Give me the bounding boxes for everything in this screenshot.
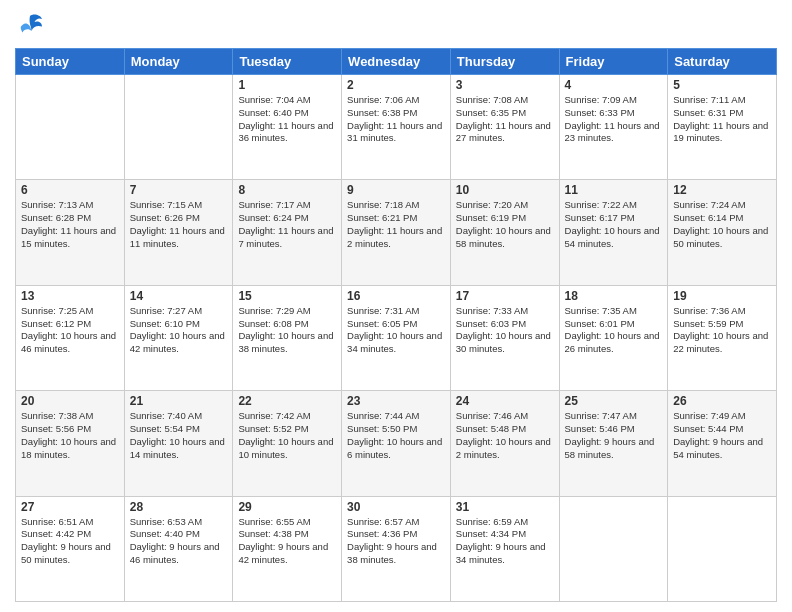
logo xyxy=(15,10,49,40)
day-info: Sunrise: 7:36 AM Sunset: 5:59 PM Dayligh… xyxy=(673,305,771,356)
day-number: 25 xyxy=(565,394,663,408)
day-info: Sunrise: 7:47 AM Sunset: 5:46 PM Dayligh… xyxy=(565,410,663,461)
calendar-cell: 21Sunrise: 7:40 AM Sunset: 5:54 PM Dayli… xyxy=(124,391,233,496)
calendar-header-sunday: Sunday xyxy=(16,49,125,75)
day-number: 18 xyxy=(565,289,663,303)
calendar-cell: 28Sunrise: 6:53 AM Sunset: 4:40 PM Dayli… xyxy=(124,496,233,601)
day-number: 23 xyxy=(347,394,445,408)
calendar-header-monday: Monday xyxy=(124,49,233,75)
calendar-header-wednesday: Wednesday xyxy=(342,49,451,75)
day-number: 31 xyxy=(456,500,554,514)
day-info: Sunrise: 6:53 AM Sunset: 4:40 PM Dayligh… xyxy=(130,516,228,567)
day-number: 16 xyxy=(347,289,445,303)
day-info: Sunrise: 7:40 AM Sunset: 5:54 PM Dayligh… xyxy=(130,410,228,461)
day-info: Sunrise: 7:38 AM Sunset: 5:56 PM Dayligh… xyxy=(21,410,119,461)
calendar-cell: 30Sunrise: 6:57 AM Sunset: 4:36 PM Dayli… xyxy=(342,496,451,601)
day-info: Sunrise: 7:31 AM Sunset: 6:05 PM Dayligh… xyxy=(347,305,445,356)
calendar-week-1: 1Sunrise: 7:04 AM Sunset: 6:40 PM Daylig… xyxy=(16,75,777,180)
day-number: 27 xyxy=(21,500,119,514)
day-number: 7 xyxy=(130,183,228,197)
calendar-cell: 7Sunrise: 7:15 AM Sunset: 6:26 PM Daylig… xyxy=(124,180,233,285)
day-number: 3 xyxy=(456,78,554,92)
day-number: 10 xyxy=(456,183,554,197)
calendar-cell: 16Sunrise: 7:31 AM Sunset: 6:05 PM Dayli… xyxy=(342,285,451,390)
day-number: 22 xyxy=(238,394,336,408)
day-number: 30 xyxy=(347,500,445,514)
calendar-table: SundayMondayTuesdayWednesdayThursdayFrid… xyxy=(15,48,777,602)
day-number: 13 xyxy=(21,289,119,303)
calendar-header-friday: Friday xyxy=(559,49,668,75)
calendar-week-4: 20Sunrise: 7:38 AM Sunset: 5:56 PM Dayli… xyxy=(16,391,777,496)
calendar-cell: 5Sunrise: 7:11 AM Sunset: 6:31 PM Daylig… xyxy=(668,75,777,180)
calendar-cell: 10Sunrise: 7:20 AM Sunset: 6:19 PM Dayli… xyxy=(450,180,559,285)
day-info: Sunrise: 7:22 AM Sunset: 6:17 PM Dayligh… xyxy=(565,199,663,250)
calendar-cell: 25Sunrise: 7:47 AM Sunset: 5:46 PM Dayli… xyxy=(559,391,668,496)
day-info: Sunrise: 7:04 AM Sunset: 6:40 PM Dayligh… xyxy=(238,94,336,145)
day-info: Sunrise: 7:09 AM Sunset: 6:33 PM Dayligh… xyxy=(565,94,663,145)
day-info: Sunrise: 7:27 AM Sunset: 6:10 PM Dayligh… xyxy=(130,305,228,356)
day-info: Sunrise: 7:42 AM Sunset: 5:52 PM Dayligh… xyxy=(238,410,336,461)
day-info: Sunrise: 7:17 AM Sunset: 6:24 PM Dayligh… xyxy=(238,199,336,250)
calendar-cell: 23Sunrise: 7:44 AM Sunset: 5:50 PM Dayli… xyxy=(342,391,451,496)
calendar-cell: 26Sunrise: 7:49 AM Sunset: 5:44 PM Dayli… xyxy=(668,391,777,496)
day-number: 26 xyxy=(673,394,771,408)
calendar-cell xyxy=(124,75,233,180)
day-info: Sunrise: 7:20 AM Sunset: 6:19 PM Dayligh… xyxy=(456,199,554,250)
calendar-cell xyxy=(16,75,125,180)
calendar-cell: 13Sunrise: 7:25 AM Sunset: 6:12 PM Dayli… xyxy=(16,285,125,390)
day-info: Sunrise: 7:15 AM Sunset: 6:26 PM Dayligh… xyxy=(130,199,228,250)
calendar-cell: 24Sunrise: 7:46 AM Sunset: 5:48 PM Dayli… xyxy=(450,391,559,496)
day-number: 15 xyxy=(238,289,336,303)
day-number: 8 xyxy=(238,183,336,197)
calendar-cell: 2Sunrise: 7:06 AM Sunset: 6:38 PM Daylig… xyxy=(342,75,451,180)
calendar-cell: 6Sunrise: 7:13 AM Sunset: 6:28 PM Daylig… xyxy=(16,180,125,285)
day-info: Sunrise: 7:49 AM Sunset: 5:44 PM Dayligh… xyxy=(673,410,771,461)
calendar-header-saturday: Saturday xyxy=(668,49,777,75)
day-number: 14 xyxy=(130,289,228,303)
day-info: Sunrise: 7:25 AM Sunset: 6:12 PM Dayligh… xyxy=(21,305,119,356)
day-info: Sunrise: 7:46 AM Sunset: 5:48 PM Dayligh… xyxy=(456,410,554,461)
calendar-header-row: SundayMondayTuesdayWednesdayThursdayFrid… xyxy=(16,49,777,75)
calendar-cell: 27Sunrise: 6:51 AM Sunset: 4:42 PM Dayli… xyxy=(16,496,125,601)
day-number: 29 xyxy=(238,500,336,514)
calendar-week-5: 27Sunrise: 6:51 AM Sunset: 4:42 PM Dayli… xyxy=(16,496,777,601)
day-info: Sunrise: 6:55 AM Sunset: 4:38 PM Dayligh… xyxy=(238,516,336,567)
day-info: Sunrise: 6:59 AM Sunset: 4:34 PM Dayligh… xyxy=(456,516,554,567)
logo-icon xyxy=(15,10,45,40)
day-info: Sunrise: 7:06 AM Sunset: 6:38 PM Dayligh… xyxy=(347,94,445,145)
calendar-cell: 11Sunrise: 7:22 AM Sunset: 6:17 PM Dayli… xyxy=(559,180,668,285)
day-number: 2 xyxy=(347,78,445,92)
day-info: Sunrise: 6:51 AM Sunset: 4:42 PM Dayligh… xyxy=(21,516,119,567)
calendar-cell: 8Sunrise: 7:17 AM Sunset: 6:24 PM Daylig… xyxy=(233,180,342,285)
day-number: 12 xyxy=(673,183,771,197)
day-number: 21 xyxy=(130,394,228,408)
calendar-cell: 14Sunrise: 7:27 AM Sunset: 6:10 PM Dayli… xyxy=(124,285,233,390)
day-number: 28 xyxy=(130,500,228,514)
calendar-week-3: 13Sunrise: 7:25 AM Sunset: 6:12 PM Dayli… xyxy=(16,285,777,390)
calendar-cell: 4Sunrise: 7:09 AM Sunset: 6:33 PM Daylig… xyxy=(559,75,668,180)
calendar-cell: 9Sunrise: 7:18 AM Sunset: 6:21 PM Daylig… xyxy=(342,180,451,285)
day-info: Sunrise: 7:35 AM Sunset: 6:01 PM Dayligh… xyxy=(565,305,663,356)
day-info: Sunrise: 7:18 AM Sunset: 6:21 PM Dayligh… xyxy=(347,199,445,250)
day-number: 6 xyxy=(21,183,119,197)
day-info: Sunrise: 7:33 AM Sunset: 6:03 PM Dayligh… xyxy=(456,305,554,356)
header xyxy=(15,10,777,40)
calendar-cell: 22Sunrise: 7:42 AM Sunset: 5:52 PM Dayli… xyxy=(233,391,342,496)
day-info: Sunrise: 7:08 AM Sunset: 6:35 PM Dayligh… xyxy=(456,94,554,145)
day-number: 11 xyxy=(565,183,663,197)
calendar-cell: 20Sunrise: 7:38 AM Sunset: 5:56 PM Dayli… xyxy=(16,391,125,496)
day-number: 17 xyxy=(456,289,554,303)
day-info: Sunrise: 7:44 AM Sunset: 5:50 PM Dayligh… xyxy=(347,410,445,461)
day-number: 9 xyxy=(347,183,445,197)
day-number: 5 xyxy=(673,78,771,92)
calendar-cell: 19Sunrise: 7:36 AM Sunset: 5:59 PM Dayli… xyxy=(668,285,777,390)
calendar-cell xyxy=(668,496,777,601)
day-number: 4 xyxy=(565,78,663,92)
day-info: Sunrise: 7:29 AM Sunset: 6:08 PM Dayligh… xyxy=(238,305,336,356)
page: SundayMondayTuesdayWednesdayThursdayFrid… xyxy=(0,0,792,612)
day-info: Sunrise: 7:11 AM Sunset: 6:31 PM Dayligh… xyxy=(673,94,771,145)
calendar-cell: 12Sunrise: 7:24 AM Sunset: 6:14 PM Dayli… xyxy=(668,180,777,285)
calendar-header-tuesday: Tuesday xyxy=(233,49,342,75)
calendar-cell: 1Sunrise: 7:04 AM Sunset: 6:40 PM Daylig… xyxy=(233,75,342,180)
day-number: 1 xyxy=(238,78,336,92)
